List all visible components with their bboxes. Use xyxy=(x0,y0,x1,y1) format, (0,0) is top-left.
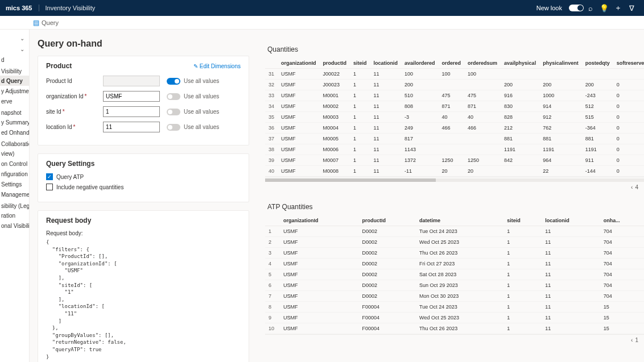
cell: 11 xyxy=(542,302,600,313)
sidebar-group[interactable]: Visibility xyxy=(0,65,29,76)
table-row[interactable]: 9USMFF00004Wed Oct 25 202311115 xyxy=(265,313,644,323)
site-id-input[interactable] xyxy=(103,106,160,117)
sidebar-group[interactable]: sibility (Legacy xyxy=(0,199,29,210)
location-id-input[interactable] xyxy=(103,122,160,132)
search-icon[interactable]: ⌕ xyxy=(584,4,597,13)
table-row[interactable]: 31USMFJ00022111100100100 xyxy=(265,69,644,80)
table-row[interactable]: 39USMFM0007111137212501250842964911000 xyxy=(265,155,644,166)
table-row[interactable]: 7USMFD0002Mon Oct 30 2023111704 xyxy=(265,291,644,302)
cell: M0002 xyxy=(320,101,350,112)
sidebar-item-query[interactable]: d Query xyxy=(0,76,29,86)
cell: 1191 xyxy=(501,144,539,155)
sidebar-item[interactable]: on Control xyxy=(0,159,29,169)
filter-icon[interactable]: ∇ xyxy=(625,4,638,13)
query-atp-label: Query ATP xyxy=(56,174,84,180)
table-row[interactable]: 3USMFD0002Thu Oct 26 2023111704 xyxy=(265,248,644,259)
column-header[interactable]: onha... xyxy=(600,215,644,226)
add-icon[interactable]: ＋ xyxy=(611,3,625,13)
pager-prev-icon[interactable]: ‹ xyxy=(631,184,633,190)
table-row[interactable]: 37USMFM0005111817881881881000 xyxy=(265,134,644,144)
edit-dimensions-link[interactable]: Edit Dimensions xyxy=(193,63,241,69)
table-row[interactable]: 34USMFM0002111808871871830914512000 xyxy=(265,101,644,112)
cell: 212 xyxy=(501,123,539,134)
table-row[interactable]: 32USMFJ00023111200200200200000 xyxy=(265,80,644,90)
sidebar-item[interactable]: y Adjustment xyxy=(0,86,29,96)
cell: 0 xyxy=(613,166,644,177)
column-header[interactable]: locationid xyxy=(370,58,402,69)
cell: 200 xyxy=(582,80,613,90)
atp-table-wrap[interactable]: organizationIdproductIddatetimesiteidloc… xyxy=(265,215,644,335)
sidebar-item[interactable]: d xyxy=(0,55,29,65)
sidebar-item[interactable]: Settings xyxy=(0,179,29,189)
cell: 1 xyxy=(350,155,370,166)
sidebar-item[interactable]: ed Onhand xyxy=(0,127,29,138)
sidebar-item[interactable]: ration xyxy=(0,210,29,220)
horizontal-scrollbar[interactable] xyxy=(265,178,644,182)
sidebar-group[interactable]: Collaboration xyxy=(0,138,29,148)
column-header[interactable]: physicalinvent xyxy=(539,58,582,69)
cell: 20 xyxy=(439,166,465,177)
quantities-table-wrap[interactable]: organizationIdproductIdsiteidlocationida… xyxy=(265,58,644,177)
table-row[interactable]: 6USMFD0002Sun Oct 29 2023111704 xyxy=(265,280,644,291)
cell: 35 xyxy=(265,112,278,123)
cell: D0002 xyxy=(358,280,416,291)
sidebar-item[interactable]: nfiguration xyxy=(0,169,29,179)
column-header[interactable]: orderedsum xyxy=(464,58,501,69)
column-header[interactable]: organizationId xyxy=(280,215,358,226)
table-row[interactable]: 36USMFM0004111249466466212762-364000 xyxy=(265,123,644,134)
cell: 11 xyxy=(542,259,600,269)
table-row[interactable]: 5USMFD0002Sat Oct 28 2023111704 xyxy=(265,269,644,280)
location-id-useall-toggle[interactable] xyxy=(167,124,180,131)
product-id-useall-toggle[interactable] xyxy=(167,78,180,85)
query-atp-checkbox[interactable]: ✓ xyxy=(46,173,53,180)
organization-id-input[interactable] xyxy=(103,91,160,102)
column-header[interactable]: siteid xyxy=(503,215,542,226)
sidebar-group[interactable]: napshot xyxy=(0,106,29,117)
table-row[interactable]: 8USMFF00004Tue Oct 24 202311115 xyxy=(265,302,644,313)
cell: 7 xyxy=(265,291,280,302)
column-header[interactable]: productId xyxy=(320,58,350,69)
table-row[interactable]: 4USMFD0002Fri Oct 27 2023111704 xyxy=(265,259,644,269)
cell: 33 xyxy=(265,90,278,101)
table-row[interactable]: 33USMFM00011115104754759161000-243000 xyxy=(265,90,644,101)
column-header[interactable]: availordered xyxy=(401,58,439,69)
column-header[interactable]: siteid xyxy=(350,58,370,69)
sidebar-item[interactable]: Management xyxy=(0,189,29,199)
column-header[interactable] xyxy=(265,215,280,226)
site-id-useall-toggle[interactable] xyxy=(167,109,180,115)
include-negative-checkbox[interactable] xyxy=(46,184,53,190)
sidebar-item[interactable]: view) xyxy=(0,148,29,159)
cell: 11 xyxy=(542,237,600,248)
table-row[interactable]: 35USMFM0003111-34040828912515000 xyxy=(265,112,644,123)
sidebar-item[interactable]: onal Visibility xyxy=(0,220,29,231)
table-row[interactable]: 10USMFF00004Thu Oct 26 202311115 xyxy=(265,323,644,334)
column-header[interactable] xyxy=(265,58,278,69)
organization-id-useall-toggle[interactable] xyxy=(167,93,180,100)
sidebar-item[interactable]: erve xyxy=(0,96,29,106)
column-header[interactable]: ordered xyxy=(439,58,465,69)
cell: 704 xyxy=(600,248,644,259)
table-row[interactable]: 2USMFD0002Wed Oct 25 2023111704 xyxy=(265,237,644,248)
column-header[interactable]: softreserved xyxy=(613,58,644,69)
idea-icon[interactable]: 💡 xyxy=(597,4,611,13)
table-row[interactable]: 40USMFM0008111-11202022-144000 xyxy=(265,166,644,177)
table-row[interactable]: 38USMFM00061111143119111911191000 xyxy=(265,144,644,155)
column-header[interactable]: postedqty xyxy=(582,58,613,69)
product-card: Product Edit Dimensions Product Id Use a… xyxy=(38,56,249,145)
chevron-down-icon[interactable]: ⌄ xyxy=(0,44,29,55)
cell: 1 xyxy=(350,80,370,90)
column-header[interactable]: locationid xyxy=(542,215,600,226)
column-header[interactable]: productId xyxy=(358,215,416,226)
breadcrumb-text[interactable]: Query xyxy=(42,19,59,26)
brand[interactable]: mics 365 xyxy=(6,5,32,11)
sidebar-item[interactable]: y Summary xyxy=(0,117,29,127)
pager-prev-icon[interactable]: ‹ xyxy=(631,337,633,343)
table-row[interactable]: 1USMFD0002Tue Oct 24 2023111704 xyxy=(265,226,644,237)
column-header[interactable]: datetime xyxy=(416,215,503,226)
new-look-toggle[interactable] xyxy=(569,5,584,11)
cell: M0001 xyxy=(320,90,350,101)
new-look-label: New look xyxy=(536,5,562,11)
column-header[interactable]: availphysical xyxy=(501,58,539,69)
chevron-down-icon[interactable]: ⌄ xyxy=(0,33,29,44)
column-header[interactable]: organizationId xyxy=(278,58,320,69)
